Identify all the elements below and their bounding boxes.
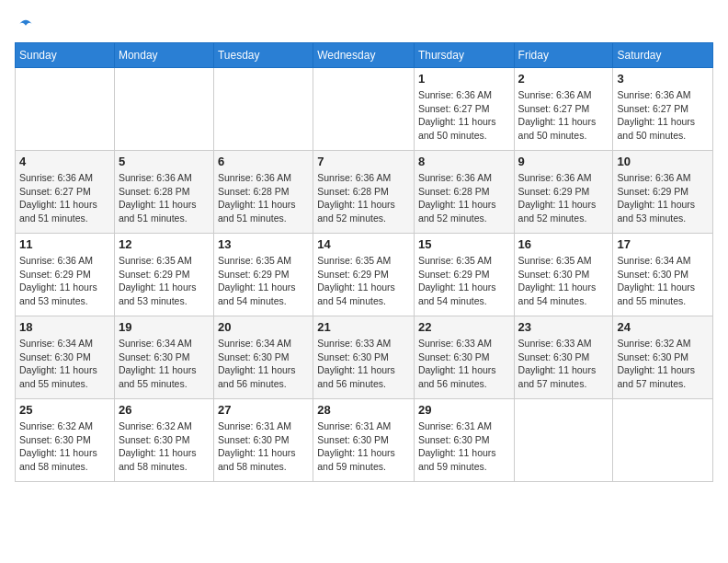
calendar-table: SundayMondayTuesdayWednesdayThursdayFrid…: [15, 42, 713, 482]
day-number: 16: [518, 237, 609, 251]
day-number: 17: [617, 237, 709, 251]
calendar-cell: 24Sunrise: 6:32 AM Sunset: 6:30 PM Dayli…: [613, 316, 713, 399]
day-number: 8: [418, 155, 510, 168]
day-number: 3: [617, 72, 709, 86]
day-info: Sunrise: 6:34 AM Sunset: 6:30 PM Dayligh…: [218, 337, 309, 391]
day-info: Sunrise: 6:36 AM Sunset: 6:27 PM Dayligh…: [19, 171, 110, 225]
day-number: 18: [19, 320, 110, 334]
calendar-cell: 19Sunrise: 6:34 AM Sunset: 6:30 PM Dayli…: [114, 316, 213, 399]
day-number: 7: [317, 155, 410, 168]
calendar-week-row: 11Sunrise: 6:36 AM Sunset: 6:29 PM Dayli…: [16, 234, 713, 316]
calendar-cell: 5Sunrise: 6:36 AM Sunset: 6:28 PM Daylig…: [114, 151, 213, 234]
calendar-week-row: 18Sunrise: 6:34 AM Sunset: 6:30 PM Dayli…: [16, 316, 713, 399]
day-info: Sunrise: 6:34 AM Sunset: 6:30 PM Dayligh…: [19, 337, 110, 391]
calendar-cell: 20Sunrise: 6:34 AM Sunset: 6:30 PM Dayli…: [213, 316, 313, 399]
day-info: Sunrise: 6:34 AM Sunset: 6:30 PM Dayligh…: [119, 337, 210, 391]
calendar-week-row: 25Sunrise: 6:32 AM Sunset: 6:30 PM Dayli…: [16, 399, 713, 482]
day-number: 13: [218, 237, 309, 251]
calendar-cell: 17Sunrise: 6:34 AM Sunset: 6:30 PM Dayli…: [613, 234, 713, 316]
calendar-cell: 21Sunrise: 6:33 AM Sunset: 6:30 PM Dayli…: [313, 316, 415, 399]
calendar-cell: 13Sunrise: 6:35 AM Sunset: 6:29 PM Dayli…: [213, 234, 313, 316]
day-info: Sunrise: 6:36 AM Sunset: 6:29 PM Dayligh…: [617, 171, 709, 225]
day-number: 4: [19, 155, 110, 168]
calendar-cell: 11Sunrise: 6:36 AM Sunset: 6:29 PM Dayli…: [16, 234, 115, 316]
day-info: Sunrise: 6:34 AM Sunset: 6:30 PM Dayligh…: [617, 254, 709, 308]
calendar-cell: [213, 68, 313, 151]
day-info: Sunrise: 6:31 AM Sunset: 6:30 PM Dayligh…: [218, 419, 309, 474]
calendar-cell: 18Sunrise: 6:34 AM Sunset: 6:30 PM Dayli…: [16, 316, 115, 399]
day-number: 6: [218, 155, 309, 168]
logo-icon: [17, 15, 35, 33]
calendar-cell: [514, 399, 613, 482]
day-info: Sunrise: 6:36 AM Sunset: 6:27 PM Dayligh…: [418, 88, 510, 143]
calendar-cell: 12Sunrise: 6:35 AM Sunset: 6:29 PM Dayli…: [114, 234, 213, 316]
day-info: Sunrise: 6:36 AM Sunset: 6:28 PM Dayligh…: [317, 171, 410, 225]
day-info: Sunrise: 6:35 AM Sunset: 6:29 PM Dayligh…: [418, 254, 510, 308]
page-header: [15, 15, 713, 33]
day-info: Sunrise: 6:33 AM Sunset: 6:30 PM Dayligh…: [317, 337, 410, 391]
calendar-cell: 25Sunrise: 6:32 AM Sunset: 6:30 PM Dayli…: [16, 399, 115, 482]
day-number: 27: [218, 403, 309, 417]
calendar-cell: 8Sunrise: 6:36 AM Sunset: 6:28 PM Daylig…: [414, 151, 514, 234]
calendar-cell: 14Sunrise: 6:35 AM Sunset: 6:29 PM Dayli…: [313, 234, 415, 316]
weekday-header: Tuesday: [213, 43, 313, 68]
weekday-header: Wednesday: [313, 43, 415, 68]
calendar-cell: 6Sunrise: 6:36 AM Sunset: 6:28 PM Daylig…: [213, 151, 313, 234]
day-number: 9: [518, 155, 609, 168]
calendar-cell: 22Sunrise: 6:33 AM Sunset: 6:30 PM Dayli…: [414, 316, 514, 399]
weekday-header: Thursday: [414, 43, 514, 68]
day-info: Sunrise: 6:35 AM Sunset: 6:29 PM Dayligh…: [317, 254, 410, 308]
calendar-cell: 16Sunrise: 6:35 AM Sunset: 6:30 PM Dayli…: [514, 234, 613, 316]
day-info: Sunrise: 6:35 AM Sunset: 6:29 PM Dayligh…: [218, 254, 309, 308]
day-info: Sunrise: 6:35 AM Sunset: 6:30 PM Dayligh…: [518, 254, 609, 308]
calendar-cell: 9Sunrise: 6:36 AM Sunset: 6:29 PM Daylig…: [514, 151, 613, 234]
day-number: 25: [19, 403, 110, 417]
day-info: Sunrise: 6:36 AM Sunset: 6:28 PM Dayligh…: [218, 171, 309, 225]
day-number: 20: [218, 320, 309, 334]
calendar-cell: 10Sunrise: 6:36 AM Sunset: 6:29 PM Dayli…: [613, 151, 713, 234]
day-info: Sunrise: 6:32 AM Sunset: 6:30 PM Dayligh…: [119, 419, 210, 474]
day-number: 15: [418, 237, 510, 251]
weekday-header: Sunday: [16, 43, 115, 68]
day-info: Sunrise: 6:33 AM Sunset: 6:30 PM Dayligh…: [418, 337, 510, 391]
calendar-cell: 4Sunrise: 6:36 AM Sunset: 6:27 PM Daylig…: [16, 151, 115, 234]
weekday-header-row: SundayMondayTuesdayWednesdayThursdayFrid…: [16, 43, 713, 68]
calendar-cell: [114, 68, 213, 151]
day-number: 10: [617, 155, 709, 168]
calendar-cell: 15Sunrise: 6:35 AM Sunset: 6:29 PM Dayli…: [414, 234, 514, 316]
day-info: Sunrise: 6:32 AM Sunset: 6:30 PM Dayligh…: [617, 337, 709, 391]
day-number: 1: [418, 72, 510, 86]
calendar-cell: 7Sunrise: 6:36 AM Sunset: 6:28 PM Daylig…: [313, 151, 415, 234]
day-info: Sunrise: 6:36 AM Sunset: 6:27 PM Dayligh…: [518, 88, 609, 143]
day-info: Sunrise: 6:35 AM Sunset: 6:29 PM Dayligh…: [119, 254, 210, 308]
day-number: 19: [119, 320, 210, 334]
calendar-cell: 1Sunrise: 6:36 AM Sunset: 6:27 PM Daylig…: [414, 68, 514, 151]
day-number: 26: [119, 403, 210, 417]
day-info: Sunrise: 6:36 AM Sunset: 6:28 PM Dayligh…: [119, 171, 210, 225]
day-number: 11: [19, 237, 110, 251]
calendar-week-row: 4Sunrise: 6:36 AM Sunset: 6:27 PM Daylig…: [16, 151, 713, 234]
day-number: 28: [317, 403, 410, 417]
day-info: Sunrise: 6:32 AM Sunset: 6:30 PM Dayligh…: [19, 419, 110, 474]
day-info: Sunrise: 6:36 AM Sunset: 6:28 PM Dayligh…: [418, 171, 510, 225]
day-number: 14: [317, 237, 410, 251]
day-info: Sunrise: 6:31 AM Sunset: 6:30 PM Dayligh…: [418, 419, 510, 474]
calendar-cell: 2Sunrise: 6:36 AM Sunset: 6:27 PM Daylig…: [514, 68, 613, 151]
calendar-week-row: 1Sunrise: 6:36 AM Sunset: 6:27 PM Daylig…: [16, 68, 713, 151]
day-number: 22: [418, 320, 510, 334]
weekday-header: Monday: [114, 43, 213, 68]
day-info: Sunrise: 6:36 AM Sunset: 6:27 PM Dayligh…: [617, 88, 709, 143]
day-info: Sunrise: 6:33 AM Sunset: 6:30 PM Dayligh…: [518, 337, 609, 391]
calendar-cell: 3Sunrise: 6:36 AM Sunset: 6:27 PM Daylig…: [613, 68, 713, 151]
weekday-header: Saturday: [613, 43, 713, 68]
weekday-header: Friday: [514, 43, 613, 68]
calendar-cell: [16, 68, 115, 151]
day-number: 23: [518, 320, 609, 334]
calendar-cell: 27Sunrise: 6:31 AM Sunset: 6:30 PM Dayli…: [213, 399, 313, 482]
logo: [15, 15, 35, 33]
calendar-cell: 23Sunrise: 6:33 AM Sunset: 6:30 PM Dayli…: [514, 316, 613, 399]
day-number: 29: [418, 403, 510, 417]
day-number: 21: [317, 320, 410, 334]
day-number: 5: [119, 155, 210, 168]
calendar-cell: [613, 399, 713, 482]
